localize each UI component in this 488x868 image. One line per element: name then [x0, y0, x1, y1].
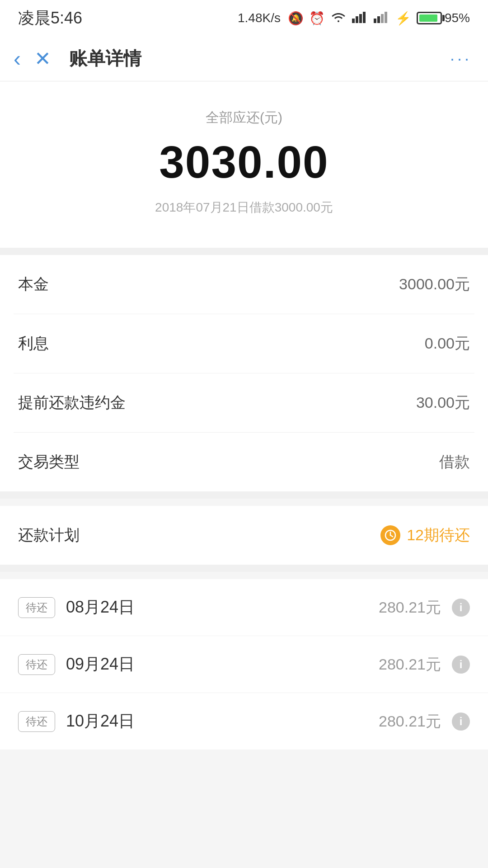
close-button[interactable]: ✕	[34, 47, 51, 70]
status-badge-2: 待还	[18, 711, 55, 732]
wifi-icon	[330, 10, 347, 26]
payment-amount-2: 280.21元	[379, 711, 441, 732]
signal-icon-2	[374, 10, 390, 26]
value-principal: 3000.00元	[399, 274, 470, 295]
svg-rect-5	[377, 16, 380, 23]
nav-left: ‹ ✕ 账单详情	[14, 46, 141, 71]
label-penalty: 提前还款违约金	[18, 392, 126, 413]
info-icon-text-2: i	[460, 715, 463, 728]
svg-line-10	[390, 535, 393, 537]
battery-fill	[419, 14, 437, 22]
detail-row-type: 交易类型 借款	[0, 433, 488, 491]
amount-section: 全部应还(元) 3030.00 2018年07月21日借款3000.00元	[0, 81, 488, 248]
detail-row-penalty: 提前还款违约金 30.00元	[0, 373, 488, 432]
payment-row-0: 待还 08月24日 280.21元 i	[0, 579, 488, 636]
detail-row-principal: 本金 3000.00元	[0, 255, 488, 314]
payment-amount-1: 280.21元	[379, 654, 441, 675]
info-icon-text-1: i	[460, 658, 463, 671]
alarm-icon: ⏰	[309, 11, 325, 26]
svg-rect-3	[363, 12, 366, 23]
plan-section: 还款计划 12期待还	[0, 506, 488, 565]
info-icon-text-0: i	[460, 601, 463, 614]
payment-date-2: 10月24日	[66, 710, 368, 732]
status-time: 凌晨5:46	[18, 7, 82, 29]
battery-text: 95%	[445, 11, 470, 25]
svg-rect-0	[352, 19, 355, 23]
svg-rect-7	[385, 12, 387, 23]
divider-2	[0, 491, 488, 499]
detail-section: 本金 3000.00元 利息 0.00元 提前还款违约金 30.00元 交易类型…	[0, 255, 488, 491]
amount-desc: 2018年07月21日借款3000.00元	[18, 199, 470, 216]
network-speed: 1.48K/s	[238, 11, 281, 25]
label-interest: 利息	[18, 333, 49, 354]
info-icon-0[interactable]: i	[452, 599, 470, 617]
status-badge-1: 待还	[18, 654, 55, 675]
clock-icon	[380, 525, 400, 545]
label-principal: 本金	[18, 274, 49, 295]
payment-amount-0: 280.21元	[379, 597, 441, 618]
label-type: 交易类型	[18, 452, 80, 472]
svg-rect-2	[359, 14, 362, 23]
plan-header: 还款计划 12期待还	[0, 506, 488, 565]
status-right: 1.48K/s 🔕 ⏰	[238, 10, 470, 26]
info-icon-1[interactable]: i	[452, 656, 470, 674]
svg-rect-1	[356, 16, 358, 23]
payment-date-0: 08月24日	[66, 596, 368, 618]
value-type: 借款	[439, 452, 470, 472]
plan-status-text: 12期待还	[407, 525, 470, 546]
detail-row-interest: 利息 0.00元	[0, 314, 488, 373]
charge-icon: ⚡	[395, 11, 411, 26]
status-icons: 🔕 ⏰	[288, 10, 470, 26]
plan-label: 还款计划	[18, 525, 80, 546]
value-penalty: 30.00元	[416, 392, 470, 413]
payment-section: 待还 08月24日 280.21元 i 待还 09月24日 280.21元 i …	[0, 579, 488, 750]
payment-date-1: 09月24日	[66, 653, 368, 675]
status-bar: 凌晨5:46 1.48K/s 🔕 ⏰	[0, 0, 488, 36]
amount-label: 全部应还(元)	[18, 108, 470, 127]
payment-row-2: 待还 10月24日 280.21元 i	[0, 693, 488, 750]
payment-row-1: 待还 09月24日 280.21元 i	[0, 636, 488, 693]
divider-1	[0, 248, 488, 255]
nav-bar: ‹ ✕ 账单详情 ···	[0, 36, 488, 81]
battery: 95%	[417, 11, 470, 25]
plan-status[interactable]: 12期待还	[380, 525, 470, 546]
more-button[interactable]: ···	[450, 49, 472, 68]
signal-icon	[352, 10, 368, 26]
divider-3	[0, 565, 488, 572]
page-title: 账单详情	[69, 46, 141, 71]
value-interest: 0.00元	[425, 333, 470, 354]
amount-value: 3030.00	[18, 136, 470, 188]
svg-rect-4	[374, 19, 376, 23]
mute-icon: 🔕	[288, 11, 304, 26]
back-button[interactable]: ‹	[14, 48, 21, 70]
battery-shape	[417, 12, 442, 24]
info-icon-2[interactable]: i	[452, 712, 470, 731]
svg-rect-6	[381, 14, 384, 23]
status-badge-0: 待还	[18, 597, 55, 618]
